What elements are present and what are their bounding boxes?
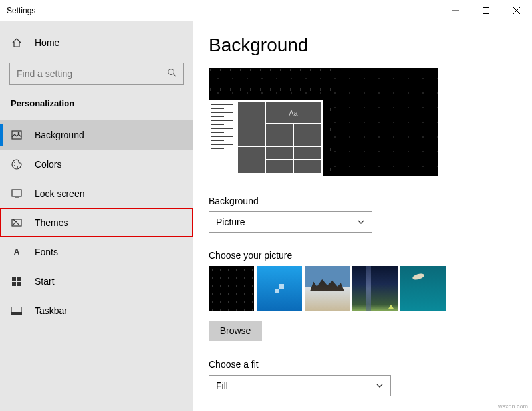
- picture-thumb-2[interactable]: [257, 266, 302, 311]
- search-input[interactable]: [17, 68, 150, 79]
- sidebar-item-taskbar[interactable]: Taskbar: [0, 296, 193, 325]
- picture-thumb-3[interactable]: [305, 266, 350, 311]
- sidebar-item-label: Start: [35, 276, 55, 287]
- browse-button[interactable]: Browse: [209, 321, 262, 341]
- svg-point-8: [14, 162, 15, 163]
- fonts-icon: A: [11, 246, 23, 258]
- choose-fit-label: Choose a fit: [209, 359, 512, 370]
- chevron-down-icon: [357, 218, 365, 226]
- lockscreen-icon: [11, 188, 23, 200]
- sidebar-item-label: Colors: [35, 159, 61, 170]
- start-icon: [11, 275, 23, 287]
- svg-point-7: [18, 132, 20, 134]
- search-icon: [167, 68, 176, 80]
- sidebar-item-label: Lock screen: [35, 188, 84, 199]
- search-box[interactable]: [9, 63, 184, 85]
- preview-tile-aa: Aa: [266, 102, 321, 123]
- page-title: Background: [209, 35, 512, 56]
- sidebar-item-start[interactable]: Start: [0, 267, 193, 296]
- picture-thumbnails: [209, 266, 512, 311]
- watermark: wsxdn.com: [498, 403, 528, 410]
- svg-line-5: [174, 74, 176, 77]
- picture-thumb-5[interactable]: [400, 266, 446, 311]
- svg-rect-17: [17, 282, 21, 286]
- fit-dropdown[interactable]: Fill: [209, 375, 391, 396]
- maximize-button[interactable]: [471, 0, 501, 21]
- themes-icon: [11, 217, 23, 229]
- preview-overlay: Aa: [209, 100, 323, 176]
- window-title: Settings: [7, 6, 35, 15]
- chevron-down-icon: [376, 382, 384, 390]
- home-icon: [11, 37, 23, 49]
- sidebar-item-fonts[interactable]: A Fonts: [0, 237, 193, 267]
- sidebar-item-label: Background: [35, 130, 84, 140]
- svg-rect-1: [483, 8, 489, 14]
- window-controls: [440, 0, 532, 21]
- sidebar-item-themes[interactable]: Themes: [0, 208, 193, 237]
- picture-icon: [11, 129, 23, 141]
- background-dropdown[interactable]: Picture: [209, 211, 372, 233]
- palette-icon: [11, 158, 23, 170]
- sidebar-item-background[interactable]: Background: [0, 120, 193, 150]
- sidebar: Home Personalization Background Colors L…: [0, 21, 193, 411]
- minimize-button[interactable]: [440, 0, 471, 21]
- sidebar-item-colors[interactable]: Colors: [0, 150, 193, 179]
- svg-rect-6: [12, 131, 21, 139]
- svg-point-4: [168, 69, 174, 75]
- fit-dropdown-value: Fill: [216, 380, 228, 391]
- choose-picture-label: Choose your picture: [209, 250, 512, 261]
- picture-thumb-1[interactable]: [209, 266, 254, 311]
- svg-rect-15: [17, 277, 21, 281]
- svg-rect-16: [12, 282, 16, 286]
- svg-rect-11: [12, 190, 21, 196]
- sidebar-item-label: Taskbar: [35, 305, 67, 316]
- sidebar-item-label: Fonts: [35, 247, 58, 257]
- home-button[interactable]: Home: [0, 29, 193, 56]
- svg-rect-19: [11, 312, 22, 315]
- sidebar-item-label: Themes: [35, 217, 68, 228]
- svg-point-10: [17, 166, 18, 168]
- title-bar: Settings: [0, 0, 532, 21]
- content-pane: Background Aa Background Picture C: [193, 21, 532, 411]
- home-label: Home: [35, 37, 59, 48]
- close-button[interactable]: [501, 0, 532, 21]
- section-title: Personalization: [0, 98, 193, 120]
- background-dropdown-value: Picture: [216, 217, 245, 227]
- background-label: Background: [209, 196, 512, 206]
- taskbar-icon: [11, 305, 23, 317]
- sidebar-item-lockscreen[interactable]: Lock screen: [0, 179, 193, 208]
- svg-point-9: [14, 165, 15, 166]
- background-preview: Aa: [209, 68, 438, 176]
- svg-rect-14: [12, 277, 16, 281]
- picture-thumb-4[interactable]: [352, 266, 398, 311]
